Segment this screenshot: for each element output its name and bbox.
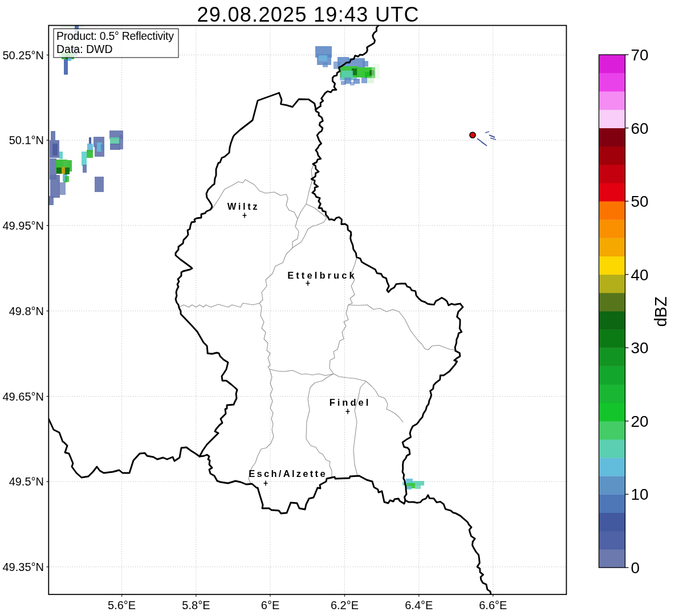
svg-text:5.8°E: 5.8°E (182, 599, 210, 611)
svg-text:6.4°E: 6.4°E (405, 599, 433, 611)
svg-text:0: 0 (631, 559, 640, 577)
svg-text:6°E: 6°E (261, 599, 279, 611)
svg-text:Product: 0.5° Reflectivity: Product: 0.5° Reflectivity (56, 30, 174, 42)
svg-text:49.35°N: 49.35°N (3, 561, 44, 573)
svg-text:49.5°N: 49.5°N (9, 475, 44, 488)
svg-text:40: 40 (631, 266, 649, 284)
svg-text:60: 60 (631, 120, 649, 137)
svg-text:Data: DWD: Data: DWD (56, 43, 113, 55)
svg-text:49.65°N: 49.65°N (3, 390, 44, 403)
svg-text:5.6°E: 5.6°E (108, 599, 136, 611)
svg-text:Findel: Findel (330, 397, 371, 407)
svg-text:dBZ: dBZ (652, 296, 670, 327)
svg-text:Esch/Alzette: Esch/Alzette (249, 468, 327, 479)
svg-text:10: 10 (631, 486, 649, 503)
svg-text:29.08.2025 19:43 UTC: 29.08.2025 19:43 UTC (197, 3, 419, 26)
svg-text:20: 20 (631, 413, 649, 430)
svg-text:49.95°N: 49.95°N (3, 219, 44, 232)
svg-text:6.2°E: 6.2°E (331, 599, 359, 611)
svg-text:70: 70 (631, 46, 649, 64)
svg-text:50.1°N: 50.1°N (9, 134, 44, 146)
svg-text:Ettelbruck: Ettelbruck (287, 270, 357, 280)
svg-text:50.25°N: 50.25°N (3, 49, 44, 62)
svg-text:50: 50 (631, 193, 649, 210)
svg-text:30: 30 (631, 339, 649, 357)
svg-text:Wiltz: Wiltz (227, 201, 259, 211)
svg-text:49.8°N: 49.8°N (9, 305, 44, 317)
svg-text:6.6°E: 6.6°E (479, 599, 507, 611)
